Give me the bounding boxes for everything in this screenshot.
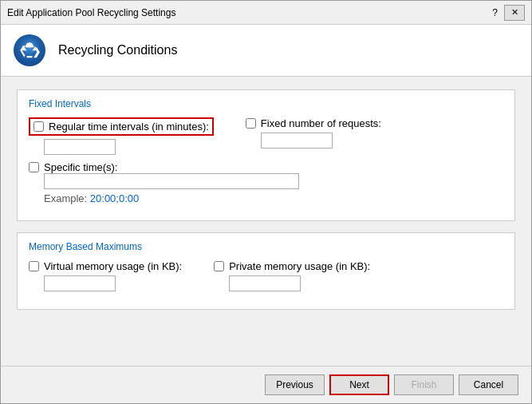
recycle-icon-graphic (14, 34, 45, 66)
virtual-memory-label: Virtual memory usage (in KB): (44, 260, 182, 272)
private-memory-label: Private memory usage (in KB): (229, 260, 370, 272)
virtual-memory-field-group: Virtual memory usage (in KB): (29, 260, 182, 291)
example-prefix: Example: (44, 192, 90, 204)
previous-button[interactable]: Previous (265, 374, 325, 395)
fixed-intervals-label: Fixed Intervals (29, 98, 503, 109)
main-content: Fixed Intervals Regular time intervals (… (1, 77, 531, 366)
fixed-requests-input[interactable] (261, 133, 333, 149)
memory-based-row: Virtual memory usage (in KB): Private me… (29, 260, 503, 291)
header-section: Recycling Conditions (1, 25, 531, 77)
specific-times-label: Specific time(s): (44, 161, 117, 173)
virtual-memory-checkbox-label[interactable]: Virtual memory usage (in KB): (29, 260, 182, 272)
finish-button[interactable]: Finish (394, 374, 454, 395)
private-memory-checkbox-label[interactable]: Private memory usage (in KB): (214, 260, 370, 272)
specific-times-checkbox[interactable] (29, 162, 39, 172)
specific-times-input[interactable] (44, 173, 299, 189)
header-icon (14, 34, 45, 66)
cancel-button[interactable]: Cancel (459, 374, 518, 395)
fixed-requests-checkbox-label[interactable]: Fixed number of requests: (246, 117, 381, 129)
specific-times-row: Specific time(s): Example: 20:00;0:00 (29, 161, 503, 204)
application-window: Edit Application Pool Recycling Settings… (0, 0, 532, 404)
memory-based-label: Memory Based Maximums (29, 241, 503, 252)
help-button[interactable]: ? (492, 7, 498, 18)
private-memory-field-group: Private memory usage (in KB): (214, 260, 370, 291)
next-button[interactable]: Next (329, 374, 389, 395)
fixed-requests-label: Fixed number of requests: (261, 117, 381, 129)
regular-time-checkbox-label[interactable]: Regular time intervals (in minutes): (29, 117, 214, 136)
example-text: Example: 20:00;0:00 (44, 192, 503, 204)
page-title: Recycling Conditions (58, 43, 177, 57)
regular-time-field-group: Regular time intervals (in minutes): (29, 117, 214, 155)
button-bar: Previous Next Finish Cancel (1, 366, 531, 403)
fixed-intervals-section: Fixed Intervals Regular time intervals (… (17, 89, 515, 221)
close-button[interactable]: ✕ (504, 5, 525, 21)
fixed-intervals-row: Regular time intervals (in minutes): Fix… (29, 117, 503, 155)
regular-time-input[interactable] (44, 139, 116, 155)
memory-based-section: Memory Based Maximums Virtual memory usa… (17, 232, 515, 310)
virtual-memory-checkbox[interactable] (29, 261, 39, 271)
virtual-memory-input[interactable] (44, 275, 116, 291)
private-memory-checkbox[interactable] (214, 261, 224, 271)
regular-time-label: Regular time intervals (in minutes): (49, 121, 209, 133)
fixed-requests-checkbox[interactable] (246, 118, 256, 129)
fixed-requests-field-group: Fixed number of requests: (246, 117, 381, 155)
example-value: 20:00;0:00 (90, 192, 139, 204)
regular-time-checkbox[interactable] (33, 121, 44, 132)
window-title: Edit Application Pool Recycling Settings (7, 7, 175, 18)
title-bar-controls: ? ✕ (492, 5, 525, 21)
specific-times-checkbox-label[interactable]: Specific time(s): (29, 161, 503, 173)
title-bar: Edit Application Pool Recycling Settings… (1, 1, 531, 25)
private-memory-input[interactable] (229, 275, 301, 291)
